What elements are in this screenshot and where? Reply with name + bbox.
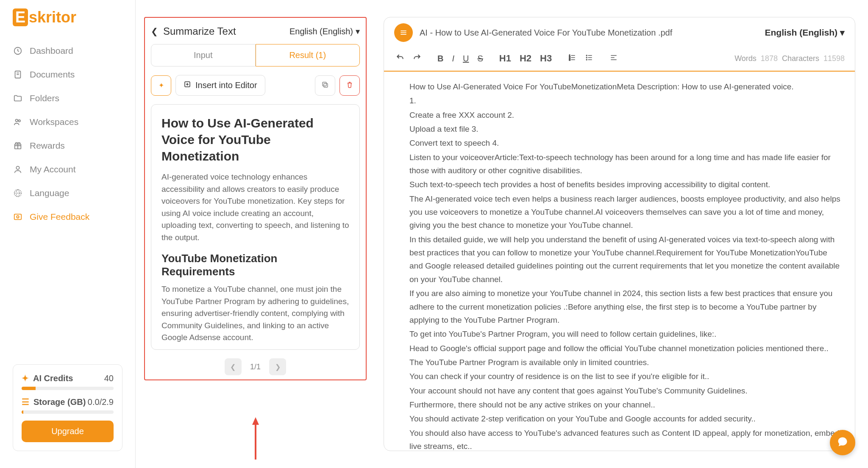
nav-label: Give Feedback (30, 212, 89, 222)
editor-line: To get into YouTube's Partner Program, y… (409, 327, 842, 341)
svg-text:3: 3 (569, 58, 570, 61)
nav-folders[interactable]: Folders (0, 86, 135, 110)
svg-point-7 (16, 166, 19, 169)
svg-point-32 (587, 55, 587, 56)
insert-icon (184, 80, 191, 90)
chevron-down-icon: ▾ (356, 26, 360, 36)
storage-value: 0.0/2.9 (88, 397, 114, 407)
nav-dashboard[interactable]: Dashboard (0, 39, 135, 63)
panel-title: Summarize Text (163, 25, 236, 37)
credits-box: ✦ AI Credits 40 ☰ Storage (GB) 0.0/2.9 U… (13, 364, 122, 451)
nav-label: My Account (30, 164, 76, 174)
h3-button[interactable]: H3 (538, 51, 554, 66)
dashboard-icon (13, 46, 23, 56)
bold-button[interactable]: B (436, 52, 445, 65)
logo[interactable]: Eskritor (0, 8, 135, 35)
document-icon (394, 23, 413, 42)
nav-account[interactable]: My Account (0, 158, 135, 181)
italic-button[interactable]: I (450, 52, 456, 65)
chat-button[interactable] (830, 430, 855, 455)
nav-workspaces[interactable]: Workspaces (0, 110, 135, 134)
underline-button[interactable]: U (461, 52, 470, 65)
h2-button[interactable]: H2 (518, 51, 533, 66)
sparkle-icon: ✦ (22, 373, 29, 383)
svg-rect-17 (323, 82, 326, 86)
nav-rewards[interactable]: Rewards (0, 134, 135, 158)
pager-prev-button[interactable]: ❮ (225, 358, 242, 375)
highlight-annotation: ❮ Summarize Text English (English) ▾ Inp… (144, 17, 367, 380)
editor-line: Head to Google's official support page a… (409, 342, 842, 355)
delete-button[interactable] (339, 75, 360, 96)
align-button[interactable] (608, 52, 620, 66)
editor-line: In this detailed guide, we will help you… (409, 233, 842, 286)
chevron-down-icon: ▾ (840, 28, 845, 38)
account-icon (13, 164, 23, 174)
ai-credits-bar (22, 387, 114, 390)
ordered-list-button[interactable]: 123 (566, 52, 578, 66)
storage-label: ☰ Storage (GB) (22, 397, 86, 407)
feedback-icon (13, 212, 23, 222)
regenerate-button[interactable]: ✦ (151, 75, 171, 96)
summarize-panel: ❮ Summarize Text English (English) ▾ Inp… (136, 0, 375, 468)
strikethrough-button[interactable]: S (476, 52, 484, 65)
words-label: Words (734, 54, 757, 63)
summary-paragraph-1: AI-generated voice technology enhances a… (161, 171, 349, 244)
svg-marker-19 (252, 417, 259, 425)
summary-paragraph-2: To monetize a YouTube channel, one must … (161, 283, 349, 344)
editor-line: Your account should not have any content… (409, 384, 842, 397)
ai-credits-label: ✦ AI Credits (22, 373, 73, 383)
upgrade-button[interactable]: Upgrade (22, 421, 114, 442)
toolbar: B I U S H1 H2 H3 123 Words 1878 Characte… (384, 48, 855, 72)
svg-point-34 (587, 59, 587, 60)
editor-panel: AI - How to Use AI-Generated Voice For Y… (375, 0, 868, 468)
chars-label: Characters (782, 54, 819, 63)
sidebar: Eskritor Dashboard Documents Folders Wor… (0, 0, 136, 468)
document-title: AI - How to Use AI-Generated Voice For Y… (420, 28, 672, 38)
rewards-icon (13, 141, 23, 151)
workspaces-icon (13, 117, 23, 127)
undo-button[interactable] (394, 52, 406, 66)
copy-icon (321, 81, 329, 90)
editor-line: Listen to your voiceoverArticle:Text-to-… (409, 151, 842, 177)
nav-feedback[interactable]: Give Feedback (0, 205, 135, 229)
ai-credits-value: 40 (104, 374, 114, 383)
nav-label: Dashboard (30, 46, 73, 56)
editor-content[interactable]: How to Use AI-Generated Voice For YouTub… (384, 72, 855, 451)
sparkle-icon: ✦ (159, 81, 164, 89)
h1-button[interactable]: H1 (498, 51, 513, 66)
tab-result[interactable]: Result (1) (256, 44, 360, 66)
copy-button[interactable] (315, 75, 335, 96)
editor-line: Such text-to-speech tech provides a host… (409, 178, 842, 191)
editor-line: How to Use AI-Generated Voice For YouTub… (409, 80, 842, 93)
back-button[interactable]: ❮ (151, 26, 158, 36)
editor-line: Upload a text file 3. (409, 122, 842, 136)
language-select[interactable]: English (English) ▾ (289, 26, 360, 36)
storage-bar (22, 410, 114, 414)
svg-rect-16 (324, 83, 328, 87)
bullet-list-button[interactable] (583, 52, 595, 66)
pager-next-button[interactable]: ❯ (269, 358, 286, 375)
insert-into-editor-button[interactable]: Insert into Editor (175, 75, 265, 96)
language-icon (13, 188, 23, 198)
redo-button[interactable] (411, 52, 423, 66)
nav-language[interactable]: Language (0, 181, 135, 205)
nav-label: Documents (30, 69, 75, 80)
tab-input[interactable]: Input (151, 44, 256, 66)
editor-line: Furthermore, there should not be any act… (409, 398, 842, 411)
nav-documents[interactable]: Documents (0, 63, 135, 86)
folders-icon (13, 93, 23, 103)
svg-point-33 (587, 57, 587, 58)
summary-heading-2: YouTube Monetization Requirements (161, 252, 349, 278)
editor-line: Create a free XXX account 2. (409, 108, 842, 122)
editor-language-select[interactable]: English (English) ▾ (765, 28, 845, 38)
editor-line: The AI-generated voice tech even helps a… (409, 192, 842, 232)
editor-line: You can check if your country of residen… (409, 370, 842, 383)
nav-label: Rewards (30, 141, 65, 151)
pager-text: 1/1 (250, 363, 261, 371)
words-count: 1878 (761, 54, 778, 63)
arrow-annotation (251, 417, 260, 460)
svg-point-12 (17, 216, 19, 218)
svg-point-5 (18, 120, 20, 122)
editor-line: The YouTube Partner Program is available… (409, 356, 842, 369)
nav: Dashboard Documents Folders Workspaces R… (0, 35, 135, 356)
